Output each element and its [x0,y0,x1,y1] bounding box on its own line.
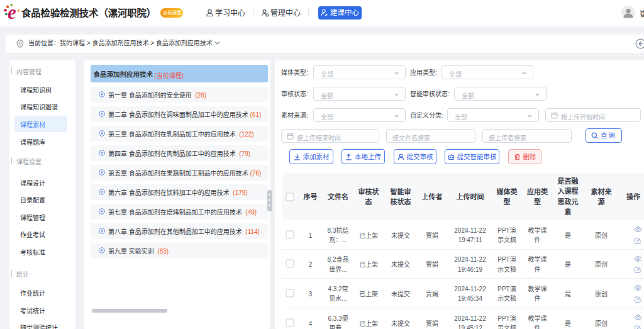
svg-text:e: e [8,3,16,22]
